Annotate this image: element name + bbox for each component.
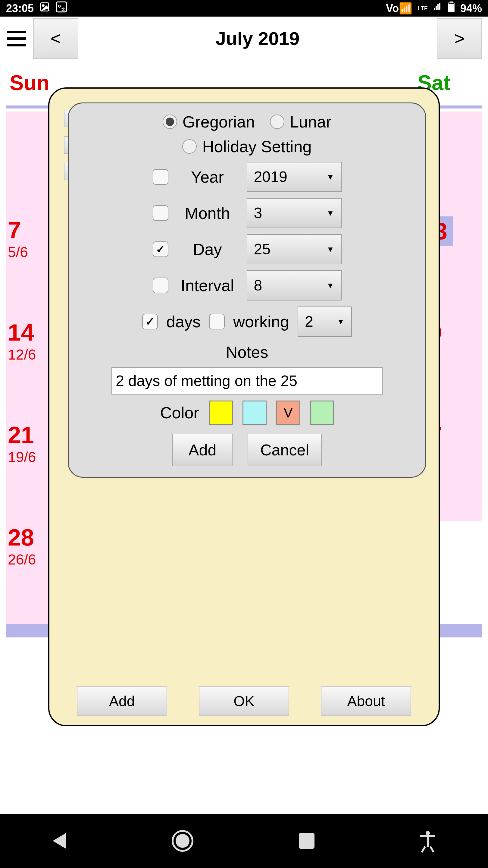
- svg-rect-6: [450, 1, 453, 3]
- app-header: < July 2019 >: [0, 17, 488, 60]
- days-label: days: [166, 312, 201, 331]
- color-swatch-green[interactable]: [310, 401, 334, 425]
- accessibility-icon[interactable]: [420, 833, 435, 848]
- notes-label: Notes: [226, 343, 268, 361]
- chevron-down-icon: ▼: [327, 173, 334, 182]
- translate-icon: G文: [56, 1, 67, 16]
- svg-text:G: G: [58, 4, 61, 8]
- day-select[interactable]: 25▼: [247, 234, 341, 264]
- color-label: Color: [160, 403, 199, 422]
- svg-point-1: [42, 5, 44, 7]
- chevron-down-icon: ▼: [327, 245, 334, 254]
- chevron-down-icon: ▼: [327, 209, 334, 218]
- radio-icon: [163, 115, 177, 129]
- chevron-down-icon: ▼: [327, 281, 334, 290]
- lte-icon: LTE: [418, 6, 428, 11]
- radio-icon: [270, 115, 284, 129]
- radio-holiday[interactable]: Holiday Setting: [182, 137, 312, 156]
- year-select[interactable]: 2019▼: [247, 162, 341, 192]
- battery-percent: 94%: [460, 2, 482, 15]
- inner-cancel-button[interactable]: Cancel: [248, 434, 322, 466]
- day-checkbox[interactable]: [153, 241, 168, 257]
- status-time: 23:05: [6, 2, 34, 15]
- outer-add-button[interactable]: Add: [77, 686, 167, 716]
- inner-add-button[interactable]: Add: [172, 434, 233, 466]
- radio-lunar[interactable]: Lunar: [270, 113, 331, 131]
- working-label: working: [233, 312, 289, 331]
- color-swatch-yellow[interactable]: [209, 401, 233, 425]
- svg-rect-7: [449, 3, 454, 4]
- svg-text:文: 文: [61, 7, 65, 11]
- next-month-button[interactable]: >: [437, 18, 482, 59]
- month-checkbox[interactable]: [153, 205, 168, 221]
- working-select[interactable]: 2▼: [298, 307, 352, 337]
- year-checkbox[interactable]: [153, 169, 168, 185]
- home-icon[interactable]: [172, 830, 193, 852]
- back-icon[interactable]: [53, 833, 66, 849]
- day-label: Day: [177, 240, 238, 258]
- radio-icon: [182, 139, 197, 154]
- outer-ok-button[interactable]: OK: [199, 686, 289, 716]
- menu-icon[interactable]: [6, 28, 27, 49]
- vowifi-icon: Vo⁠📶: [386, 2, 412, 15]
- notes-input[interactable]: 2 days of metting on the 25: [111, 367, 383, 395]
- picture-icon: [39, 1, 50, 15]
- interval-label: Interval: [177, 276, 238, 295]
- recents-icon[interactable]: [299, 833, 315, 849]
- svg-rect-5: [448, 3, 455, 12]
- month-select[interactable]: 3▼: [247, 198, 341, 228]
- year-label: Year: [177, 167, 238, 186]
- color-swatch-cyan[interactable]: [242, 401, 267, 425]
- chevron-down-icon: ▼: [337, 317, 345, 327]
- event-dialog: Gregorian Lunar Holiday Setting Year 201…: [68, 102, 426, 478]
- color-swatch-orange[interactable]: V: [276, 401, 300, 425]
- prev-month-button[interactable]: <: [33, 18, 78, 59]
- system-navbar: [0, 814, 488, 868]
- month-label: Month: [177, 204, 238, 222]
- outer-about-button[interactable]: About: [321, 686, 411, 716]
- signal-icon: [433, 2, 442, 15]
- working-checkbox[interactable]: [209, 314, 225, 330]
- interval-checkbox[interactable]: [153, 278, 168, 293]
- radio-gregorian[interactable]: Gregorian: [163, 113, 255, 131]
- status-bar: 23:05 G文 Vo⁠📶 LTE 94%: [0, 0, 488, 17]
- interval-select[interactable]: 8▼: [247, 270, 341, 301]
- days-checkbox[interactable]: [142, 314, 158, 330]
- month-title: July 2019: [84, 28, 431, 49]
- battery-icon: [448, 1, 455, 15]
